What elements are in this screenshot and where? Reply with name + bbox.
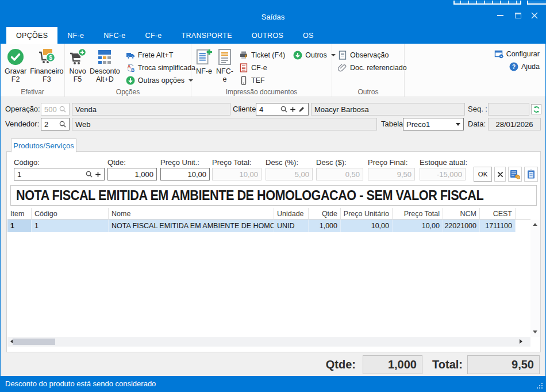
plus-icon[interactable] xyxy=(95,171,101,178)
group-caption-efetivar: Efetivar xyxy=(1,88,64,96)
doc-referenciado-button[interactable]: Doc. referenciado xyxy=(338,63,407,72)
close-button[interactable] xyxy=(526,10,543,21)
ajuda-button[interactable]: ? Ajuda xyxy=(509,62,540,71)
scroll-down-icon[interactable] xyxy=(533,330,537,333)
cancel-item-button[interactable] xyxy=(494,167,506,182)
configurar-button[interactable]: Configurar xyxy=(494,49,540,59)
search-icon[interactable] xyxy=(86,171,93,178)
document-cfe-icon xyxy=(239,63,248,72)
data-label: Data: xyxy=(468,118,486,130)
refresh-button[interactable] xyxy=(531,104,541,114)
cell-codigo: 1 xyxy=(32,220,109,232)
cell-preco-unitario: 10,00 xyxy=(341,220,393,232)
data-field[interactable]: 28/01/2026 xyxy=(488,118,541,130)
novo-label: Novo xyxy=(69,67,86,75)
pencil-icon[interactable] xyxy=(298,106,305,113)
gravar-key: F2 xyxy=(11,75,20,83)
tab-transporte[interactable]: TRANSPORTE xyxy=(172,27,242,44)
novo-button[interactable]: Novo F5 xyxy=(67,47,88,83)
tabela-select[interactable]: Preco1 xyxy=(403,118,464,130)
grid-header: Item Código Nome Unidade Qtde Preço Unit… xyxy=(7,208,530,220)
homologacao-banner-text: NOTA FISCAL EMITIDA EM AMBIENTE DE HOMOL… xyxy=(16,187,483,203)
table-row[interactable]: 1 1 NOTA FISCAL EMITIDA EM AMBIENTE DE H… xyxy=(7,220,530,232)
ok-button[interactable]: OK xyxy=(474,167,492,182)
preco-final-label: Preço Final: xyxy=(368,158,407,167)
imprimir-nfce-button[interactable]: NFC-e xyxy=(214,47,235,83)
col-qtde[interactable]: Qtde xyxy=(309,208,341,219)
desc-money-value: 0,50 xyxy=(345,170,360,179)
qtde-entry-label: Qtde: xyxy=(107,158,126,167)
desc-pct-label: Desc (%): xyxy=(266,158,298,167)
data-value: 28/01/2026 xyxy=(495,120,533,129)
col-item[interactable]: Item xyxy=(7,208,32,219)
clipboard-button[interactable] xyxy=(524,167,538,182)
ribbon-right: Configurar ? Ajuda xyxy=(494,44,545,97)
troca-simplificada-button[interactable]: A B Troca simplificada xyxy=(126,63,195,72)
col-preco-unitario[interactable]: Preço Unitário xyxy=(341,208,393,219)
preco-unit-label: Preço Unit.: xyxy=(160,158,199,167)
financeiro-button[interactable]: $ Financeiro F3 xyxy=(28,47,65,83)
group-opcoes: Novo F5 Desconto Alt+D xyxy=(65,44,191,97)
vertical-scrollbar[interactable] xyxy=(530,220,540,337)
background-window-fragment xyxy=(453,1,521,5)
financeiro-key: F3 xyxy=(43,75,51,83)
ticket-button[interactable]: Ticket (F4) xyxy=(239,51,285,60)
col-nome[interactable]: Nome xyxy=(109,208,274,219)
vendedor-code-field[interactable]: 2 xyxy=(41,118,70,130)
imprimir-nfe-button[interactable]: NF-e xyxy=(194,47,214,75)
vendedor-name-field: Web xyxy=(72,118,377,130)
resize-grip[interactable] xyxy=(541,387,543,389)
outras-opcoes-button[interactable]: Outras opções xyxy=(126,76,195,85)
cliente-label: Cliente: xyxy=(233,103,258,116)
tab-opcoes[interactable]: OPÇÕES xyxy=(6,27,57,44)
preco-unit-value: 10,00 xyxy=(187,170,206,179)
tabela-value: Preco1 xyxy=(406,120,430,129)
frete-button[interactable]: Frete Alt+T xyxy=(126,51,195,60)
col-ncm[interactable]: NCM xyxy=(443,208,480,219)
tab-nfe[interactable]: NF-e xyxy=(57,27,94,44)
col-cest[interactable]: CEST xyxy=(480,208,516,219)
codigo-field[interactable]: 1 xyxy=(14,168,105,180)
qtde-entry-field[interactable]: 1,000 xyxy=(107,168,157,180)
plus-icon[interactable] xyxy=(290,106,296,113)
col-unidade[interactable]: Unidade xyxy=(274,208,309,219)
gravar-button[interactable]: Gravar F2 xyxy=(3,47,28,83)
custo-calc-button[interactable] xyxy=(508,167,522,182)
tef-button[interactable]: TEF xyxy=(239,76,336,85)
tab-nfce[interactable]: NFC-e xyxy=(94,27,135,44)
tab-cfe[interactable]: CF-e xyxy=(136,27,172,44)
svg-text:$: $ xyxy=(49,55,53,61)
maximize-button[interactable] xyxy=(509,10,526,21)
cell-item: 1 xyxy=(7,220,32,232)
minimize-button[interactable] xyxy=(491,10,509,21)
cliente-code-field[interactable]: 4 xyxy=(256,103,309,116)
troca-label: Troca simplificada xyxy=(138,64,195,72)
preco-unit-field[interactable]: 10,00 xyxy=(160,168,210,180)
search-icon[interactable] xyxy=(59,121,66,128)
desc-money-label: Desc ($): xyxy=(316,158,347,167)
scroll-right-icon[interactable] xyxy=(520,339,522,344)
col-filler xyxy=(516,208,530,219)
codigo-value: 1 xyxy=(17,170,21,179)
search-icon[interactable] xyxy=(280,106,287,113)
tab-produtos-servicos[interactable]: Produtos/Serviços xyxy=(11,139,76,152)
col-codigo[interactable]: Código xyxy=(32,208,109,219)
tab-outros[interactable]: OUTROS xyxy=(242,27,293,44)
cell-cest: 1711100 xyxy=(480,220,516,232)
col-preco-total[interactable]: Preço Total xyxy=(393,208,443,219)
preco-final-value: 9,50 xyxy=(397,170,412,179)
desconto-button[interactable]: Desconto Alt+D xyxy=(88,47,122,83)
scroll-up-icon[interactable] xyxy=(533,223,537,226)
cfe-button[interactable]: CF-e xyxy=(239,63,336,72)
codigo-label: Código: xyxy=(14,158,40,167)
scrollbar-thumb[interactable] xyxy=(13,339,55,345)
observacao-button[interactable]: Observação xyxy=(338,51,407,60)
operacao-code-field[interactable]: 500 xyxy=(41,103,70,116)
chevron-down-icon xyxy=(456,123,460,126)
tab-os[interactable]: OS xyxy=(293,27,324,44)
vendedor-code-value: 2 xyxy=(44,120,48,129)
green-down-circle-icon xyxy=(293,51,302,60)
outros-impressao-button[interactable]: Outros xyxy=(293,51,336,60)
check-circle-icon xyxy=(7,48,24,66)
horizontal-scrollbar[interactable] xyxy=(7,337,530,347)
